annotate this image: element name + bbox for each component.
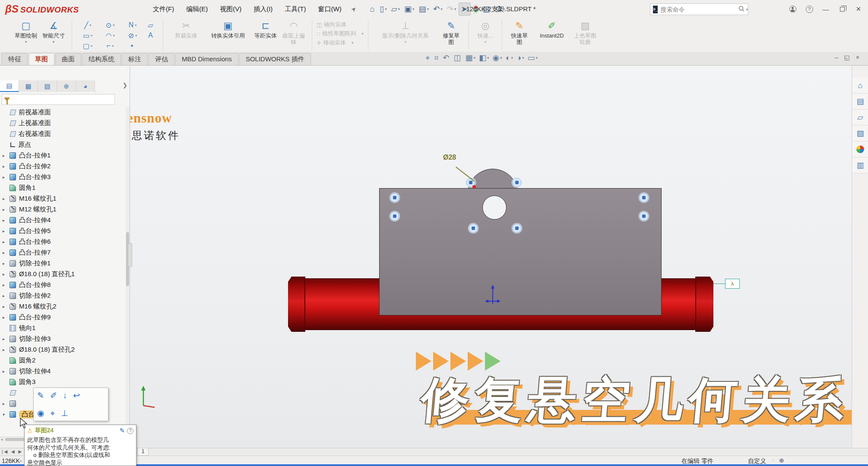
task-pane-button[interactable] bbox=[852, 142, 868, 157]
heads-up-button[interactable]: ↶ bbox=[443, 53, 450, 63]
display-delete-relations-button[interactable]: ⊥ 显示/删除几何关系 ▾ bbox=[375, 20, 436, 44]
help-icon[interactable]: ? bbox=[127, 428, 133, 434]
heads-up-button[interactable]: ◑ ▾ bbox=[516, 54, 524, 63]
expand-arrow-icon[interactable]: ▸ bbox=[3, 175, 10, 179]
tree-item[interactable]: ▸ Ø18.0 (18) 直径孔1 bbox=[0, 269, 124, 280]
heads-up-button[interactable]: ◫ bbox=[453, 53, 462, 63]
quick-snaps-button[interactable]: ◎ 快速... ▾ bbox=[476, 20, 495, 44]
hide-icon[interactable]: ◉ bbox=[37, 408, 44, 418]
panel-tab[interactable]: ▧ bbox=[38, 80, 57, 92]
relation-badge[interactable] bbox=[639, 211, 649, 221]
expand-arrow-icon[interactable]: ▸ bbox=[3, 261, 10, 266]
expand-arrow-icon[interactable]: ▸ bbox=[3, 315, 10, 320]
tree-item[interactable]: 前视基准面 bbox=[0, 107, 124, 118]
motion-study-tab[interactable]: 1 bbox=[137, 448, 149, 456]
expand-arrow-icon[interactable]: ▸ bbox=[3, 196, 10, 201]
part-cylinder-right-cap[interactable] bbox=[695, 277, 713, 332]
part-cylinder-left-cap[interactable] bbox=[288, 277, 305, 332]
menu-item[interactable]: 窗口(W) bbox=[313, 3, 346, 15]
sketch-entity-button[interactable]: ▢ ▾ bbox=[76, 42, 99, 50]
menu-item[interactable]: 文件(F) bbox=[148, 3, 179, 15]
tree-item[interactable]: 上视基准面 bbox=[0, 118, 124, 129]
rapid-sketch-button[interactable]: ✎ 快速草图 bbox=[509, 20, 530, 45]
sketch-entity-button[interactable]: ▪ bbox=[121, 42, 144, 50]
expand-arrow-icon[interactable]: ▾ bbox=[3, 412, 10, 417]
help-icon[interactable]: ? bbox=[802, 3, 816, 16]
edit-sketch-icon[interactable]: ✎ bbox=[119, 427, 125, 435]
surface-offset-button[interactable]: ◠ 曲面上偏移 bbox=[282, 20, 305, 45]
tree-item[interactable]: 右视基准面 bbox=[0, 129, 124, 139]
user-account-icon[interactable] bbox=[786, 3, 800, 16]
sketch-entity-button[interactable]: A bbox=[144, 31, 158, 39]
command-tab[interactable]: MBD Dimensions bbox=[175, 53, 238, 65]
tree-vertical-scrollbar[interactable] bbox=[126, 107, 130, 435]
linear-pattern-button[interactable]: ∷ 线性草图阵列 ▾ bbox=[317, 30, 364, 38]
expand-arrow-icon[interactable]: ▸ bbox=[3, 272, 10, 277]
tree-item[interactable]: ▸ 凸台-拉伸5 bbox=[0, 226, 124, 236]
expand-arrow-icon[interactable]: ▸ bbox=[3, 164, 10, 169]
heads-up-button[interactable]: ◧ ▾ bbox=[479, 53, 489, 63]
trim-entities-button[interactable]: ✂ 剪裁实体 bbox=[170, 20, 202, 39]
tree-item[interactable]: 圆角1 bbox=[0, 183, 124, 193]
heads-up-button[interactable]: ⌗ bbox=[434, 54, 439, 63]
panel-tab[interactable]: ⊕ bbox=[57, 80, 76, 92]
tree-item[interactable]: 圆角3 bbox=[0, 377, 124, 387]
sketch-entity-button[interactable]: ⌐ ▾ bbox=[99, 42, 121, 50]
command-tab[interactable]: 曲面 bbox=[55, 53, 81, 65]
panel-expand-button[interactable]: ❯ bbox=[123, 82, 127, 88]
diameter-dimension-label[interactable]: Ø28 bbox=[443, 154, 456, 161]
relation-badge[interactable] bbox=[512, 178, 522, 187]
bracket-plate[interactable] bbox=[379, 188, 662, 315]
task-pane-button[interactable]: ▱ bbox=[852, 110, 868, 126]
menu-item[interactable]: 工具(T) bbox=[279, 3, 311, 15]
dangling-point-marker[interactable] bbox=[472, 185, 476, 189]
expand-arrow-icon[interactable]: ▸ bbox=[3, 218, 10, 223]
expand-arrow-icon[interactable]: ▸ bbox=[3, 369, 10, 374]
expand-arrow-icon[interactable]: ▸ bbox=[3, 207, 10, 212]
tree-item[interactable]: ▸ 切除-拉伸4 bbox=[0, 366, 124, 377]
heads-up-button[interactable]: ▭ ▾ bbox=[528, 53, 538, 63]
tree-item[interactable]: ▸ 切除-拉伸3 bbox=[0, 334, 124, 344]
rollback-icon[interactable]: ↩ bbox=[73, 390, 80, 400]
tree-item[interactable]: ▸ 凸台-拉伸2 bbox=[0, 161, 124, 172]
command-search[interactable]: >_ ▾ bbox=[650, 3, 748, 15]
search-caret-icon[interactable]: ▾ bbox=[746, 7, 748, 12]
tree-item[interactable]: ▸ 切除-拉伸2 bbox=[0, 290, 124, 301]
plate-lug-hole[interactable] bbox=[482, 195, 507, 220]
relation-badge[interactable] bbox=[639, 193, 649, 202]
expand-arrow-icon[interactable]: ▸ bbox=[3, 229, 10, 233]
units-globe-icon[interactable]: ⊕ bbox=[779, 457, 784, 464]
close-document-icon[interactable]: × bbox=[856, 54, 859, 61]
tree-item[interactable]: ▸ M12 螺纹孔1 bbox=[0, 204, 124, 215]
minimize-document-icon[interactable]: – bbox=[835, 54, 838, 61]
suppress-icon[interactable]: ↓ bbox=[63, 391, 67, 400]
search-input[interactable] bbox=[660, 6, 738, 13]
tree-item[interactable]: 镜向1 bbox=[0, 323, 124, 334]
tree-item[interactable]: ▸ 凸台-拉伸8 bbox=[0, 280, 124, 290]
minimize-icon[interactable]: — bbox=[819, 3, 833, 16]
sketch-entity-button[interactable]: ▱ bbox=[144, 21, 158, 29]
command-tab[interactable]: 结构系统 bbox=[82, 53, 121, 65]
quick-access-button[interactable]: ⌂ bbox=[368, 3, 377, 15]
expand-arrow-icon[interactable]: ▸ bbox=[3, 347, 10, 352]
task-pane-button[interactable]: ⌂ bbox=[852, 78, 868, 94]
panel-tab[interactable]: ▤ bbox=[0, 80, 19, 92]
tree-item[interactable]: ▸ 凸台-拉伸1 bbox=[0, 150, 124, 161]
sketch-entity-button[interactable]: N ▾ bbox=[121, 21, 144, 29]
menu-item[interactable]: 插入(I) bbox=[248, 3, 278, 15]
tree-item[interactable]: ▸ M16 螺纹孔1 bbox=[0, 193, 124, 204]
relation-badge[interactable] bbox=[512, 224, 522, 233]
command-tab[interactable]: 评估 bbox=[149, 53, 174, 65]
quick-access-button[interactable]: ▱ ▾ bbox=[390, 3, 402, 15]
panel-tab[interactable]: ◕ bbox=[76, 80, 95, 92]
smart-dimension-button[interactable]: ∡ 智能尺寸 ▾ bbox=[42, 20, 65, 44]
offset-entities-button[interactable]: ⊏ 等距实体 bbox=[254, 20, 277, 39]
tree-item[interactable]: ▸ 凸台-拉伸3 bbox=[0, 172, 124, 183]
relation-badge[interactable] bbox=[390, 211, 399, 221]
heads-up-button[interactable]: ◐ ▾ bbox=[506, 54, 513, 63]
sketch-entity-button[interactable]: ╱ ▾ bbox=[76, 21, 99, 29]
menu-item[interactable]: 视图(V) bbox=[215, 3, 247, 15]
close-icon[interactable]: ✕ bbox=[852, 3, 865, 16]
heads-up-button[interactable]: ▦ ▾ bbox=[465, 53, 475, 63]
pin-menu-icon[interactable]: ➤ bbox=[349, 5, 358, 13]
